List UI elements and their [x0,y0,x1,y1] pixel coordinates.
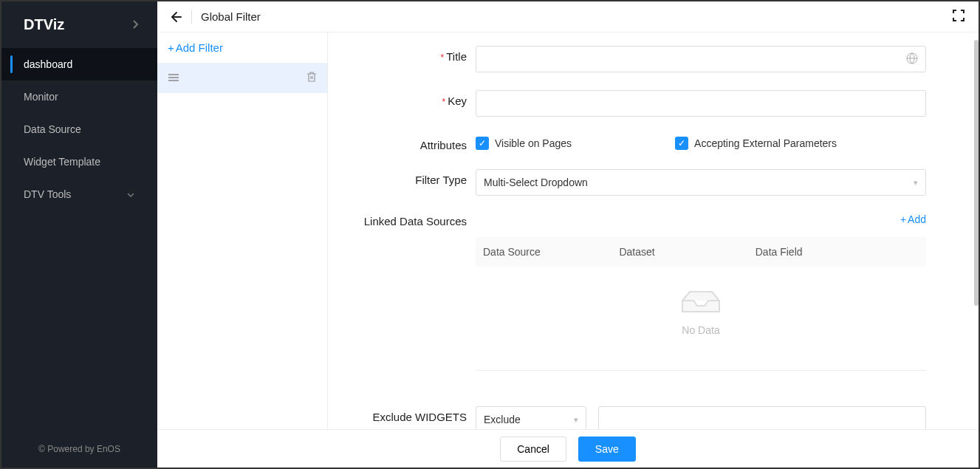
chevron-down-icon: ▾ [574,415,578,425]
checkbox-checked-icon: ✓ [675,137,688,150]
checkbox-checked-icon: ✓ [476,137,489,150]
exclude-label: Exclude WIDGETS [372,411,467,423]
filter-type-value: Multi-Select Dropdown [484,177,588,188]
sidebar-item-label: Monitor [24,91,58,103]
add-filter-button[interactable]: + Add Filter [157,32,327,63]
sidebar-header: DTViz [1,1,157,48]
back-arrow-icon[interactable] [168,10,182,24]
scrollbar[interactable] [974,40,979,306]
footer-actions: Cancel Save [157,429,979,468]
sidebar-item-monitor[interactable]: Monitor [1,81,157,113]
title-label: Title [446,50,467,63]
linked-ds-label: Linked Data Sources [364,215,467,227]
sidebar-item-data-source[interactable]: Data Source [1,113,157,146]
filter-type-select[interactable]: Multi-Select Dropdown ▾ [476,169,926,196]
cancel-button[interactable]: Cancel [500,437,566,462]
add-label: Add [908,213,926,225]
chevron-down-icon [126,188,135,200]
globe-icon[interactable] [905,52,919,67]
key-label: Key [448,95,467,107]
sidebar-footer: © Powered by EnOS [1,431,157,468]
inbox-icon [675,286,727,315]
title-input[interactable] [476,46,926,72]
accept-external-label: Accepting External Parameters [694,137,837,149]
divider [191,10,192,24]
linked-ds-table: Data Source Dataset Data Field No Data [476,237,926,363]
col-data-field: Data Field [755,246,919,258]
delete-icon[interactable] [306,71,317,85]
sidebar-item-label: dashboard [24,58,72,70]
exclude-widgets-input[interactable] [598,406,926,429]
accept-external-checkbox[interactable]: ✓ Accepting External Parameters [675,134,837,151]
add-data-source-button[interactable]: + Add [900,213,926,225]
visible-checkbox[interactable]: ✓ Visible on Pages [476,134,572,151]
filter-type-label: Filter Type [415,174,467,186]
key-input[interactable] [476,90,926,117]
col-data-source: Data Source [483,246,619,258]
add-filter-label: Add Filter [176,41,223,54]
drag-handle-icon[interactable] [168,72,179,84]
no-data-label: No Data [476,324,926,336]
fullscreen-icon[interactable] [952,9,965,24]
sidebar-item-widget-template[interactable]: Widget Template [1,146,157,178]
sidebar: DTViz dashboard Monitor Data Source Widg… [1,1,157,468]
filter-list-item[interactable] [157,63,327,93]
plus-icon: + [168,41,174,54]
plus-icon: + [900,213,906,225]
save-button[interactable]: Save [578,437,636,462]
col-dataset: Dataset [619,246,755,258]
empty-state: No Data [476,267,926,363]
chevron-down-icon: ▾ [914,178,918,188]
sidebar-item-label: DTV Tools [24,188,71,200]
page-title: Global Filter [201,10,261,23]
sidebar-item-dashboard[interactable]: dashboard [1,48,157,81]
sidebar-item-label: Widget Template [24,156,100,168]
visible-label: Visible on Pages [495,137,572,149]
sidebar-item-dtv-tools[interactable]: DTV Tools [1,178,157,210]
chevron-right-icon[interactable] [132,16,140,33]
app-title: DTViz [24,16,64,33]
exclude-mode-select[interactable]: Exclude ▾ [476,406,586,429]
main: Global Filter + Add Filter [157,1,979,468]
attributes-label: Attributes [420,139,467,151]
form-area: *Title *Key Attributes [328,32,979,429]
topbar: Global Filter [157,1,979,32]
sidebar-item-label: Data Source [24,123,81,135]
exclude-value: Exclude [484,414,521,425]
divider [476,370,926,371]
filter-list-panel: + Add Filter [157,32,328,429]
